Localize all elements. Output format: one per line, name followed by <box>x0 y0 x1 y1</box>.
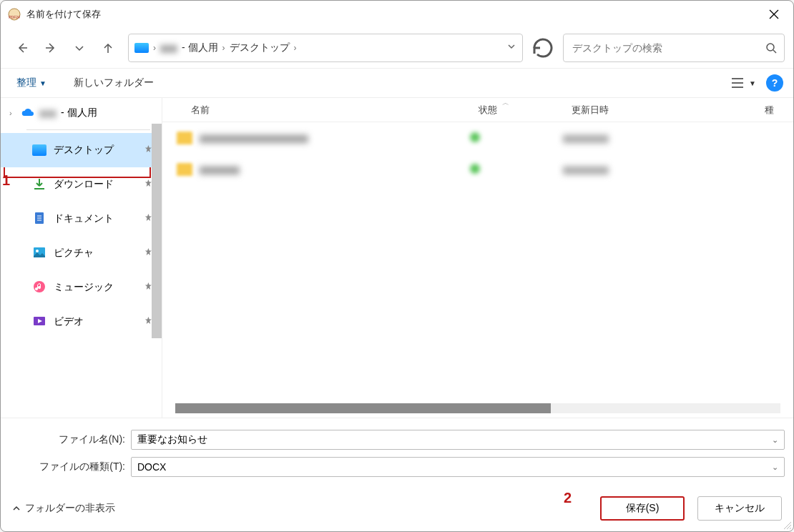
svg-point-7 <box>767 44 774 51</box>
back-button[interactable] <box>9 35 35 61</box>
dropdown-icon: ▼ <box>749 79 756 87</box>
cancel-button[interactable]: キャンセル <box>697 496 782 521</box>
save-button[interactable]: 保存(S) <box>600 496 685 521</box>
expand-icon[interactable]: › <box>9 109 16 117</box>
horizontal-scrollbar[interactable] <box>175 403 780 413</box>
tree-item-downloads[interactable]: ダウンロード <box>1 167 162 202</box>
filetype-value: DOCX <box>137 461 166 473</box>
filename-label: ファイル名(N): <box>9 433 131 446</box>
tree-item-label: デスクトップ <box>54 144 114 157</box>
tree-root-obscured: ▮▮▮ <box>39 107 57 119</box>
file-list[interactable]: ▮▮▮▮▮▮▮▮▮▮▮▮▮▮▮▮▮▮▮ ▮▮▮▮▮▮▮▮ ▮▮▮▮▮▮▮ ▮▮▮… <box>162 122 793 403</box>
annotation-1: 1 <box>2 172 10 189</box>
address-bar[interactable]: › ▮▮▮ - 個人用 › デスクトップ › <box>128 34 523 62</box>
document-icon <box>32 211 46 227</box>
recent-locations-button[interactable] <box>67 35 92 61</box>
search-icon <box>765 42 777 54</box>
tree-item-label: ピクチャ <box>54 247 94 260</box>
file-state <box>470 132 563 144</box>
breadcrumb-separator-icon: › <box>294 43 297 53</box>
dialog-footer: フォルダーの非表示 保存(S) キャンセル 2 <box>1 488 793 531</box>
help-button[interactable]: ? <box>766 74 783 92</box>
new-folder-button[interactable]: 新しいフォルダー <box>74 77 154 89</box>
filename-value: 重要なお知らせ <box>137 433 207 446</box>
tree-item-label: ドキュメント <box>54 212 114 225</box>
app-icon: PDF24 <box>8 8 21 21</box>
chevron-up-icon <box>12 504 21 513</box>
resize-grip[interactable] <box>782 520 792 530</box>
breadcrumb-personal[interactable]: - 個人用 <box>182 41 218 54</box>
file-list-area: ︿ 名前 状態 更新日時 種 ▮▮▮▮▮▮▮▮▮▮▮▮▮▮▮▮▮▮▮ ▮▮▮▮▮… <box>162 98 793 418</box>
navigation-bar: › ▮▮▮ - 個人用 › デスクトップ › <box>1 28 793 68</box>
dropdown-icon[interactable]: ⌄ <box>772 463 778 472</box>
close-button[interactable] <box>758 2 790 26</box>
breadcrumb-obscured[interactable]: ▮▮▮ <box>160 42 177 54</box>
tree-item-label: ミュージック <box>54 281 114 294</box>
file-date: ▮▮▮▮▮▮▮▮ <box>563 132 756 144</box>
body-area: › ▮▮▮ - 個人用 デスクトップ ダウンロード ドキュメント <box>1 98 793 418</box>
tree-item-pictures[interactable]: ピクチャ <box>1 236 162 270</box>
breadcrumb-desktop[interactable]: デスクトップ <box>230 41 290 54</box>
column-header-date[interactable]: 更新日時 <box>563 104 756 117</box>
refresh-button[interactable] <box>530 35 556 61</box>
annotation-2: 2 <box>564 490 572 506</box>
cloud-icon <box>21 108 35 118</box>
dropdown-icon[interactable]: ⌄ <box>772 435 778 445</box>
filetype-label: ファイルの種類(T): <box>9 460 131 473</box>
column-header-kind[interactable]: 種 <box>756 104 793 117</box>
organize-button[interactable]: 整理 ▼ <box>11 74 52 92</box>
svg-line-8 <box>773 50 776 53</box>
toolbar: 整理 ▼ 新しいフォルダー ▼ ? <box>1 68 793 98</box>
sidebar-scrollbar[interactable] <box>152 124 162 338</box>
view-options-button[interactable]: ▼ <box>730 77 756 89</box>
up-button[interactable] <box>95 35 121 61</box>
forward-button[interactable] <box>38 35 64 61</box>
file-name: ▮▮▮▮▮▮▮▮▮▮▮▮▮▮▮▮▮▮▮ <box>200 132 470 144</box>
save-form: ファイル名(N): 重要なお知らせ ⌄ ファイルの種類(T): DOCX ⌄ <box>1 418 793 488</box>
tree-item-desktop[interactable]: デスクトップ <box>1 133 162 167</box>
picture-icon <box>32 245 46 262</box>
tree-item-label: ダウンロード <box>54 178 114 191</box>
tree-root-personal: - 個人用 <box>61 107 97 119</box>
breadcrumb-separator-icon: › <box>153 43 156 53</box>
file-row[interactable]: ▮▮▮▮▮▮▮▮▮▮▮▮▮▮▮▮▮▮▮ ▮▮▮▮▮▮▮▮ <box>162 122 793 154</box>
folder-icon <box>177 132 192 144</box>
desktop-icon <box>32 144 46 156</box>
svg-text:PDF24: PDF24 <box>9 15 20 19</box>
save-as-dialog: PDF24 名前を付けて保存 › ▮▮▮ - 個人用 › デスクトップ › <box>0 0 794 532</box>
hide-folders-button[interactable]: フォルダーの非表示 <box>12 502 115 515</box>
hide-folders-label: フォルダーの非表示 <box>25 502 115 515</box>
search-box[interactable] <box>563 34 785 62</box>
file-state <box>470 164 563 176</box>
scrollbar-thumb[interactable] <box>175 403 551 413</box>
column-header-name[interactable]: 名前 <box>162 104 470 117</box>
search-input[interactable] <box>571 41 765 54</box>
file-name: ▮▮▮▮▮▮▮ <box>200 164 470 175</box>
organize-label: 整理 <box>16 77 36 89</box>
filetype-field[interactable]: DOCX ⌄ <box>131 457 785 477</box>
navigation-tree: › ▮▮▮ - 個人用 デスクトップ ダウンロード ドキュメント <box>1 98 162 418</box>
file-row[interactable]: ▮▮▮▮▮▮▮ ▮▮▮▮▮▮▮▮ <box>162 154 793 185</box>
svg-point-18 <box>36 250 39 252</box>
tree-root-onedrive[interactable]: › ▮▮▮ - 個人用 <box>1 102 162 124</box>
svg-line-24 <box>790 528 791 529</box>
pc-icon <box>134 43 149 53</box>
tree-item-videos[interactable]: ビデオ <box>1 305 162 339</box>
video-icon <box>32 314 46 330</box>
download-icon <box>32 177 46 193</box>
sort-indicator-icon: ︿ <box>491 98 520 108</box>
folder-icon <box>177 163 192 176</box>
titlebar: PDF24 名前を付けて保存 <box>1 1 793 28</box>
dropdown-icon: ▼ <box>39 79 46 87</box>
file-list-header: ︿ 名前 状態 更新日時 種 <box>162 98 793 122</box>
tree-divider <box>26 129 150 130</box>
breadcrumb-separator-icon: › <box>222 43 225 53</box>
tree-item-label: ビデオ <box>54 315 84 328</box>
tree-item-documents[interactable]: ドキュメント <box>1 202 162 236</box>
file-date: ▮▮▮▮▮▮▮▮ <box>563 164 756 175</box>
address-history-button[interactable] <box>506 41 516 54</box>
window-title: 名前を付けて保存 <box>26 8 101 21</box>
filename-field[interactable]: 重要なお知らせ ⌄ <box>131 430 785 450</box>
tree-item-music[interactable]: ミュージック <box>1 270 162 305</box>
music-icon <box>32 280 46 296</box>
